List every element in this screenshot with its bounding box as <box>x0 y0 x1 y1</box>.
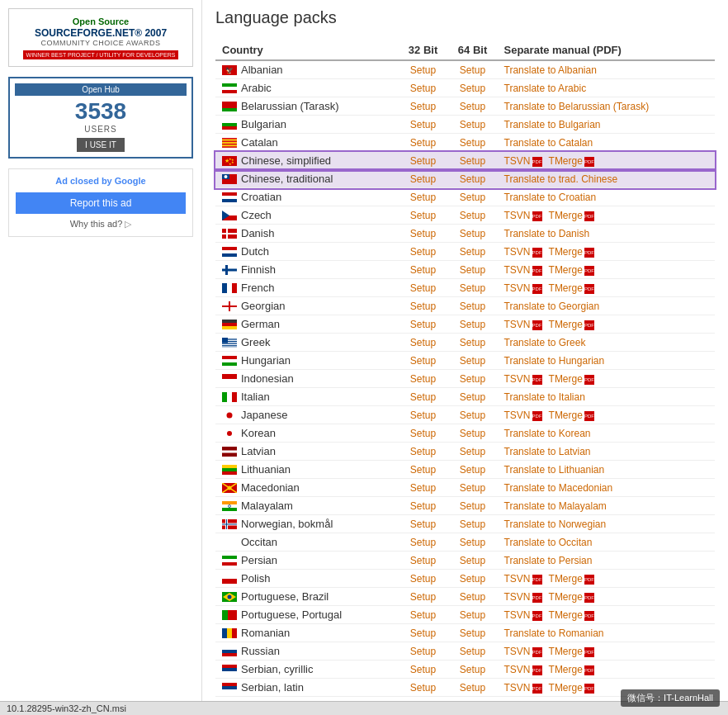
translate-link[interactable]: Translate to Arabic <box>504 83 587 94</box>
tsvn-link[interactable]: TSVN <box>504 282 531 294</box>
setup-64bit-link[interactable]: Setup <box>460 228 485 239</box>
setup-32bit-link[interactable]: Setup <box>410 391 436 403</box>
setup-64bit-link[interactable]: Setup <box>460 64 485 76</box>
setup-32bit-link[interactable]: Setup <box>410 246 436 258</box>
setup-64bit-link[interactable]: Setup <box>460 119 485 130</box>
translate-link[interactable]: Translate to Norwegian <box>504 518 607 530</box>
setup-32bit-link[interactable]: Setup <box>410 482 436 494</box>
setup-64bit-link[interactable]: Setup <box>460 337 485 348</box>
setup-32bit-link[interactable]: Setup <box>410 264 436 276</box>
translate-link[interactable]: Translate to Catalan <box>504 137 593 149</box>
tmerge-link[interactable]: TMerge <box>549 664 583 675</box>
setup-32bit-link[interactable]: Setup <box>410 464 436 476</box>
setup-32bit-link[interactable]: Setup <box>410 537 436 548</box>
setup-32bit-link[interactable]: Setup <box>410 446 436 457</box>
tsvn-link[interactable]: TSVN <box>504 319 531 330</box>
setup-64bit-link[interactable]: Setup <box>460 664 485 675</box>
tsvn-link[interactable]: TSVN <box>504 609 531 621</box>
setup-64bit-link[interactable]: Setup <box>460 646 485 657</box>
setup-32bit-link[interactable]: Setup <box>410 410 436 421</box>
setup-64bit-link[interactable]: Setup <box>460 500 485 512</box>
setup-32bit-link[interactable]: Setup <box>410 301 436 312</box>
translate-link[interactable]: Translate to trad. Chinese <box>504 173 618 185</box>
setup-64bit-link[interactable]: Setup <box>460 137 485 149</box>
tmerge-link[interactable]: TMerge <box>549 282 583 294</box>
tsvn-link[interactable]: TSVN <box>504 246 531 258</box>
tsvn-link[interactable]: TSVN <box>504 591 531 603</box>
setup-32bit-link[interactable]: Setup <box>410 228 436 239</box>
setup-32bit-link[interactable]: Setup <box>410 627 436 639</box>
setup-32bit-link[interactable]: Setup <box>410 64 436 76</box>
setup-32bit-link[interactable]: Setup <box>410 337 436 348</box>
setup-32bit-link[interactable]: Setup <box>410 101 436 112</box>
setup-32bit-link[interactable]: Setup <box>410 173 436 185</box>
setup-32bit-link[interactable]: Setup <box>410 646 436 657</box>
setup-64bit-link[interactable]: Setup <box>460 627 485 639</box>
setup-64bit-link[interactable]: Setup <box>460 537 485 548</box>
setup-32bit-link[interactable]: Setup <box>410 319 436 330</box>
setup-64bit-link[interactable]: Setup <box>460 428 485 439</box>
setup-64bit-link[interactable]: Setup <box>460 155 485 167</box>
tmerge-link[interactable]: TMerge <box>549 264 583 276</box>
tmerge-link[interactable]: TMerge <box>549 155 583 167</box>
setup-64bit-link[interactable]: Setup <box>460 246 485 258</box>
setup-32bit-link[interactable]: Setup <box>410 373 436 385</box>
translate-link[interactable]: Translate to Albanian <box>504 64 597 76</box>
setup-32bit-link[interactable]: Setup <box>410 282 436 294</box>
setup-64bit-link[interactable]: Setup <box>460 446 485 457</box>
translate-link[interactable]: Translate to Greek <box>504 337 586 348</box>
setup-32bit-link[interactable]: Setup <box>410 518 436 530</box>
setup-64bit-link[interactable]: Setup <box>460 464 485 476</box>
setup-64bit-link[interactable]: Setup <box>460 355 485 367</box>
translate-link[interactable]: Translate to Hungarian <box>504 355 605 367</box>
translate-link[interactable]: Translate to Korean <box>504 428 591 439</box>
tmerge-link[interactable]: TMerge <box>549 319 583 330</box>
setup-64bit-link[interactable]: Setup <box>460 301 485 312</box>
setup-64bit-link[interactable]: Setup <box>460 518 485 530</box>
setup-32bit-link[interactable]: Setup <box>410 664 436 675</box>
openhub-use-button[interactable]: I USE IT <box>77 138 125 152</box>
setup-64bit-link[interactable]: Setup <box>460 591 485 603</box>
translate-link[interactable]: Translate to Macedonian <box>504 482 613 494</box>
tmerge-link[interactable]: TMerge <box>549 682 583 694</box>
setup-32bit-link[interactable]: Setup <box>410 210 436 221</box>
translate-link[interactable]: Translate to Romanian <box>504 627 604 639</box>
translate-link[interactable]: Translate to Belarussian (Tarask) <box>504 101 650 112</box>
setup-64bit-link[interactable]: Setup <box>460 410 485 421</box>
translate-link[interactable]: Translate to Bulgarian <box>504 119 601 130</box>
setup-32bit-link[interactable]: Setup <box>410 573 436 585</box>
tmerge-link[interactable]: TMerge <box>549 410 583 421</box>
tmerge-link[interactable]: TMerge <box>549 246 583 258</box>
tmerge-link[interactable]: TMerge <box>549 373 583 385</box>
tmerge-link[interactable]: TMerge <box>549 646 583 657</box>
setup-32bit-link[interactable]: Setup <box>410 355 436 367</box>
setup-32bit-link[interactable]: Setup <box>410 83 436 94</box>
tsvn-link[interactable]: TSVN <box>504 573 531 585</box>
tsvn-link[interactable]: TSVN <box>504 664 531 675</box>
setup-64bit-link[interactable]: Setup <box>460 609 485 621</box>
setup-64bit-link[interactable]: Setup <box>460 101 485 112</box>
setup-32bit-link[interactable]: Setup <box>410 591 436 603</box>
setup-32bit-link[interactable]: Setup <box>410 428 436 439</box>
tmerge-link[interactable]: TMerge <box>549 573 583 585</box>
setup-64bit-link[interactable]: Setup <box>460 83 485 94</box>
translate-link[interactable]: Translate to Georgian <box>504 301 600 312</box>
setup-64bit-link[interactable]: Setup <box>460 682 485 694</box>
setup-64bit-link[interactable]: Setup <box>460 173 485 185</box>
setup-64bit-link[interactable]: Setup <box>460 282 485 294</box>
setup-32bit-link[interactable]: Setup <box>410 555 436 566</box>
setup-64bit-link[interactable]: Setup <box>460 482 485 494</box>
translate-link[interactable]: Translate to Italian <box>504 391 585 403</box>
setup-64bit-link[interactable]: Setup <box>460 373 485 385</box>
translate-link[interactable]: Translate to Malayalam <box>504 500 607 512</box>
setup-64bit-link[interactable]: Setup <box>460 319 485 330</box>
setup-64bit-link[interactable]: Setup <box>460 192 485 203</box>
tsvn-link[interactable]: TSVN <box>504 155 531 167</box>
translate-link[interactable]: Translate to Croatian <box>504 192 597 203</box>
tsvn-link[interactable]: TSVN <box>504 373 531 385</box>
translate-link[interactable]: Translate to Persian <box>504 555 593 566</box>
tmerge-link[interactable]: TMerge <box>549 609 583 621</box>
setup-32bit-link[interactable]: Setup <box>410 137 436 149</box>
setup-64bit-link[interactable]: Setup <box>460 391 485 403</box>
setup-32bit-link[interactable]: Setup <box>410 609 436 621</box>
